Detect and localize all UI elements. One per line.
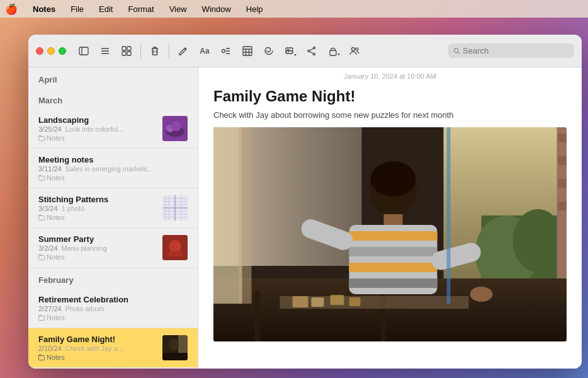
note-item-stitching[interactable]: Stitching Patterns 3/3/24 1 photo Notes [28,188,198,228]
traffic-lights [36,47,66,55]
menu-file[interactable]: File [68,3,86,15]
menu-help[interactable]: Help [244,3,266,15]
note-preview: Menu planning [62,244,107,252]
note-content: January 10, 2024 at 10:00 AM Family Game… [198,67,582,369]
note-date: 3/11/24 [38,165,62,173]
svg-point-25 [308,50,310,52]
svg-point-24 [314,53,315,55]
note-date: 3/25/24 [38,125,62,133]
svg-rect-38 [39,176,45,181]
svg-point-55 [167,251,183,257]
attachment-button[interactable] [260,42,278,60]
checklist-button[interactable] [217,42,235,60]
note-date: 3/3/24 [38,205,58,212]
note-title: Meeting notes [38,155,188,164]
svg-rect-6 [127,47,131,50]
section-april: April [28,67,198,88]
delete-button[interactable] [146,42,164,60]
menu-format[interactable]: Format [125,3,156,15]
svg-rect-52 [39,256,45,260]
svg-rect-0 [79,47,88,55]
note-preview: Photo album [65,305,105,312]
svg-rect-81 [239,127,252,304]
svg-rect-8 [127,52,131,55]
menu-notes[interactable]: Notes [30,3,58,15]
separator-2 [169,43,169,59]
body: April March Landscaping 3/25/24 Look int… [28,67,582,369]
svg-point-30 [356,48,358,50]
svg-rect-69 [558,134,567,142]
note-body-text: Check with Jay about borrowing some new … [213,110,567,120]
menu-edit[interactable]: Edit [96,3,115,15]
svg-line-32 [458,52,460,54]
svg-rect-16 [243,47,252,55]
svg-point-67 [513,209,563,272]
note-title: Summer Party [38,234,156,244]
sidebar-left-edge [0,35,28,369]
svg-rect-88 [349,263,438,272]
svg-rect-87 [349,247,438,256]
svg-rect-97 [349,297,361,306]
svg-rect-95 [312,297,324,307]
close-button[interactable] [36,47,43,55]
menubar: 🍎 Notes File Edit Format View Window Hel… [0,0,588,18]
photo-button[interactable] [281,42,299,60]
note-thumb-family [162,335,188,360]
svg-point-37 [171,121,181,131]
maximize-button[interactable] [59,47,66,55]
apple-menu[interactable]: 🍎 [5,3,18,15]
collaborate-button[interactable] [346,42,363,60]
note-body-title: Family Game Night! [213,88,567,105]
note-thumb-stitching [162,195,188,220]
note-item-retirement[interactable]: Retirement Celebration 2/27/24 Photo alb… [28,289,198,328]
search-input[interactable] [463,46,569,55]
list-view-button[interactable] [96,42,114,60]
svg-rect-33 [39,137,45,141]
svg-rect-39 [39,216,45,220]
svg-rect-94 [293,296,308,307]
text-format-button[interactable]: Aa [196,42,213,60]
note-date: 2/27/24 [38,305,62,312]
minimize-button[interactable] [47,47,55,55]
svg-point-60 [169,339,179,350]
sidebar: April March Landscaping 3/25/24 Look int… [28,67,198,369]
sidebar-toggle-button[interactable] [75,42,93,60]
svg-rect-73 [558,179,567,188]
note-body: Family Game Night! Check with Jay about … [198,83,582,369]
lock-button[interactable] [324,42,342,60]
gallery-view-button[interactable] [118,42,135,60]
svg-rect-74 [558,190,567,199]
note-folder: Notes [38,353,156,361]
svg-rect-72 [558,168,567,176]
note-date: 2/10/24 [38,345,62,352]
svg-rect-78 [255,291,260,341]
compose-button[interactable] [174,42,192,60]
svg-rect-7 [122,52,126,55]
svg-rect-28 [330,50,336,55]
search-box[interactable] [448,43,574,58]
note-folder: Notes [38,174,188,181]
note-title: Landscaping [38,115,156,125]
note-folder: Notes [38,214,156,221]
note-title: Retirement Celebration [38,295,188,304]
svg-rect-61 [162,353,188,360]
svg-rect-96 [331,295,344,305]
svg-point-31 [454,48,458,52]
note-item-summer[interactable]: Summer Party 3/2/24 Menu planning Notes [28,228,198,268]
note-folder: Notes [38,314,188,321]
menu-view[interactable]: View [167,3,189,15]
svg-rect-56 [39,316,45,321]
share-button[interactable] [303,42,320,60]
table-button[interactable] [239,42,256,60]
note-preview: Check with Jay a... [65,345,123,352]
section-february: February [28,268,198,289]
svg-rect-86 [349,231,438,241]
note-folder: Notes [38,134,156,142]
menu-window[interactable]: Window [200,3,234,15]
svg-rect-71 [558,156,567,165]
svg-rect-89 [349,278,438,288]
note-item-landscaping[interactable]: Landscaping 3/25/24 Look into colorful..… [28,109,198,149]
note-item-family[interactable]: Family Game Night! 2/10/24 Check with Ja… [28,328,198,368]
note-item-meeting[interactable]: Meeting notes 3/11/24 Sales in emerging … [28,149,198,188]
svg-point-23 [314,47,315,49]
